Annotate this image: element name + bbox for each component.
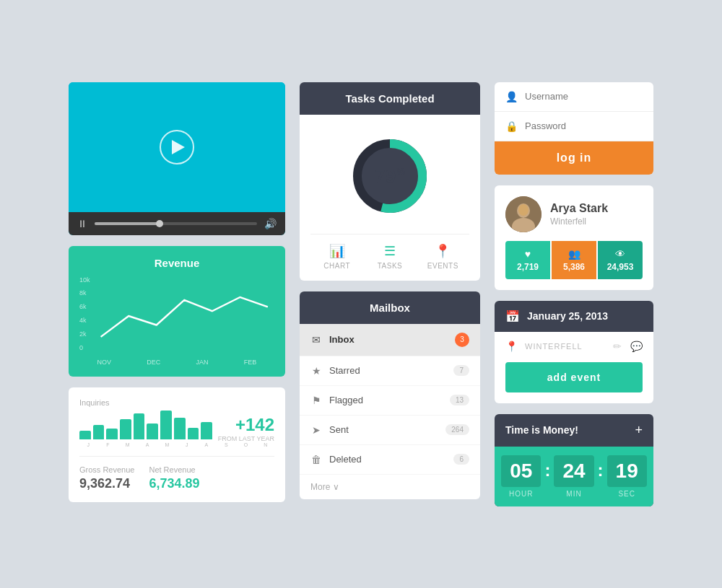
- login-button[interactable]: log in: [495, 141, 653, 175]
- mailbox-card: Mailbox ✉ Inbox 3 ★ Starred 7 ⚑ Flagged …: [300, 291, 480, 499]
- timer-add-button[interactable]: +: [635, 423, 643, 438]
- sent-count: 264: [445, 424, 469, 435]
- donut-container: 79%: [343, 129, 437, 223]
- flagged-icon: ⚑: [310, 395, 322, 406]
- bar-lbl-a: A: [139, 442, 156, 447]
- bar-lbl-f: F: [99, 442, 116, 447]
- bar-lbl-s: S: [217, 442, 235, 447]
- timer-card: Time is Money! + 05 HOUR : 24 MIN : 19 S…: [495, 414, 653, 506]
- edit-icon[interactable]: ✏: [613, 341, 622, 352]
- inbox-badge: 3: [455, 333, 469, 347]
- mailbox-item-inbox[interactable]: ✉ Inbox 3: [300, 324, 480, 356]
- tasks-body: 79% 📊 CHART ☰ TASKS 📍 EVENTS: [300, 115, 480, 281]
- minutes-value: 24: [554, 455, 593, 487]
- revenue-row: Gross Revenue 9,362.74 Net Revenue 6,734…: [79, 456, 274, 491]
- profile-location: Winterfell: [550, 216, 608, 227]
- likes-button[interactable]: ♥ 2,719: [505, 241, 550, 279]
- revenue-title: Revenue: [79, 257, 274, 269]
- revenue-chart-svg: [94, 276, 274, 356]
- calendar-date: January 25, 2013: [527, 310, 608, 322]
- mailbox-item-deleted[interactable]: 🗑 Deleted 6: [300, 445, 480, 475]
- bar-6: [147, 424, 158, 439]
- starred-label: Starred: [329, 365, 453, 376]
- inquiries-bars: [79, 411, 212, 439]
- events-label: EVENTS: [427, 262, 458, 270]
- y-label-8k: 8k: [79, 289, 90, 297]
- calendar-body: 📍 WINTERFELL ✏ 💬: [495, 332, 653, 361]
- bar-10: [201, 422, 212, 439]
- bar-labels: J F M A M J A S O N: [79, 442, 274, 447]
- play-button[interactable]: [160, 130, 194, 164]
- mailbox-item-sent[interactable]: ➤ Sent 264: [300, 416, 480, 445]
- username-wrap: 👤: [495, 82, 653, 112]
- tab-events[interactable]: 📍 EVENTS: [417, 243, 469, 270]
- login-card: 👤 🔒 log in: [495, 82, 653, 175]
- y-label-4k: 4k: [79, 317, 90, 324]
- calendar-actions: ✏ 💬: [613, 341, 643, 352]
- bar-3: [106, 429, 118, 439]
- gross-revenue: Gross Revenue 9,362.74: [79, 465, 134, 491]
- bar-8: [174, 418, 186, 439]
- pct-sign: %: [396, 165, 404, 177]
- mailbox-item-starred[interactable]: ★ Starred 7: [300, 356, 480, 386]
- calendar-row: 📍 WINTERFELL ✏ 💬: [505, 341, 643, 352]
- x-label-dec: DEC: [147, 359, 160, 366]
- profile-stats: ♥ 2,719 👥 5,386 👁 24,953: [505, 241, 643, 279]
- pause-button[interactable]: ⏸: [77, 218, 87, 229]
- tab-tasks[interactable]: ☰ TASKS: [363, 243, 416, 270]
- deleted-icon: 🗑: [310, 454, 322, 465]
- hours-value: 05: [501, 455, 541, 487]
- flagged-count: 13: [450, 395, 469, 405]
- middle-column: Tasks Completed 79%: [300, 82, 480, 499]
- bar-lbl-m2: M: [158, 442, 175, 447]
- progress-bar[interactable]: [95, 222, 257, 225]
- tasks-card: Tasks Completed 79%: [300, 82, 480, 281]
- colon-2: :: [598, 460, 604, 481]
- followers-button[interactable]: 👥 5,386: [552, 241, 596, 279]
- bar-5: [134, 413, 145, 439]
- eye-icon: 👁: [615, 248, 625, 260]
- location-text: WINTERFELL: [525, 342, 606, 351]
- events-icon: 📍: [435, 243, 451, 259]
- timer-minutes: 24 MIN: [554, 455, 593, 498]
- password-input[interactable]: [525, 120, 643, 131]
- pct-value: 79: [375, 164, 396, 186]
- bar-7: [160, 411, 172, 439]
- volume-icon[interactable]: 🔊: [264, 218, 277, 229]
- play-icon: [172, 140, 185, 154]
- heart-icon: ♥: [525, 248, 531, 260]
- progress-thumb: [156, 220, 163, 227]
- bar-lbl-j: J: [79, 442, 97, 447]
- deleted-label: Deleted: [329, 454, 453, 465]
- x-label-nov: NOV: [97, 359, 112, 366]
- views-button[interactable]: 👁 24,953: [598, 241, 643, 279]
- inquiries-label: Inquiries: [79, 398, 274, 407]
- dashboard: ⏸ 🔊 Revenue 10k 8k 6k 4k 2k 0: [69, 82, 653, 506]
- x-label-feb: FEB: [244, 359, 257, 366]
- profile-top: Arya Stark Winterfell: [505, 196, 643, 232]
- tab-chart[interactable]: 📊 CHART: [310, 243, 363, 270]
- views-count: 24,953: [607, 262, 634, 272]
- timer-header: Time is Money! +: [495, 414, 653, 447]
- tasks-label: TASKS: [378, 262, 403, 270]
- add-event-button[interactable]: add event: [505, 362, 643, 392]
- sent-icon: ➤: [310, 424, 322, 436]
- video-screen[interactable]: [69, 82, 285, 212]
- seconds-value: 19: [607, 455, 647, 487]
- net-label: Net Revenue: [149, 465, 199, 474]
- people-icon: 👥: [568, 248, 580, 260]
- mailbox-more[interactable]: More ∨: [300, 475, 480, 499]
- timer-hours: 05 HOUR: [501, 455, 541, 498]
- username-input[interactable]: [525, 91, 643, 102]
- bar-lbl-a2: A: [198, 442, 215, 447]
- timer-title: Time is Money!: [505, 424, 578, 436]
- mailbox-item-flagged[interactable]: ⚑ Flagged 13: [300, 386, 480, 416]
- minutes-label: MIN: [566, 490, 581, 498]
- video-player: ⏸ 🔊: [69, 82, 285, 235]
- chat-icon[interactable]: 💬: [630, 341, 643, 352]
- sent-label: Sent: [329, 424, 445, 435]
- inquiries-sub: FROM LAST YEAR: [218, 435, 274, 442]
- mailbox-header: Mailbox: [300, 291, 480, 324]
- hours-label: HOUR: [509, 490, 533, 498]
- inquiries-section: Inquiries +142: [79, 398, 274, 447]
